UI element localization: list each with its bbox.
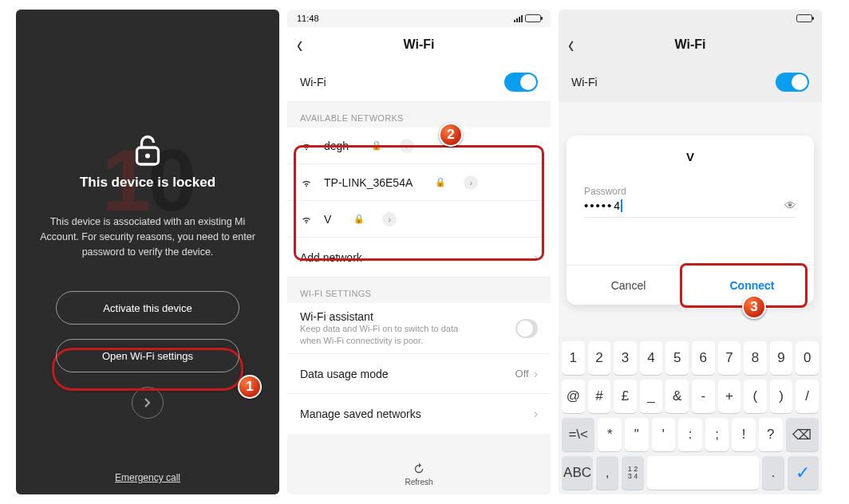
emergency-call-link[interactable]: Emergency call	[16, 472, 279, 483]
open-wifi-settings-button[interactable]: Open Wi-Fi settings	[56, 339, 239, 372]
password-label: Password	[584, 186, 796, 197]
keyboard-symbols-key[interactable]: =\<	[562, 418, 594, 451]
wifi-toggle-on[interactable]	[776, 73, 809, 92]
keyboard-key[interactable]: 3	[614, 341, 637, 375]
battery-icon	[796, 14, 812, 22]
text-cursor	[621, 199, 622, 212]
screen-locked-device: 10 This device is locked This device is …	[16, 10, 279, 494]
step-badge-1: 1	[238, 375, 262, 399]
keyboard-key[interactable]: #	[588, 380, 611, 413]
keyboard-key[interactable]: &	[665, 380, 689, 413]
password-input[interactable]: •••••4	[584, 199, 778, 212]
keyboard-key[interactable]: 4	[640, 341, 663, 375]
keyboard-key[interactable]: (	[744, 380, 767, 413]
keyboard-key[interactable]: +	[718, 380, 741, 413]
back-button[interactable]: ‹	[568, 30, 574, 59]
keyboard-backspace-key[interactable]: ⌫	[786, 418, 819, 451]
keyboard-key[interactable]: _	[640, 380, 663, 413]
screen-wifi-password: ‹ Wi-Fi Wi-Fi V Password •••••4 👁 Cancel…	[559, 10, 822, 494]
show-password-icon[interactable]: 👁	[784, 199, 796, 212]
chevron-right-icon: ›	[534, 367, 538, 381]
keyboard-key[interactable]: !	[732, 418, 756, 451]
chevron-right-icon: ›	[534, 407, 538, 421]
page-title: Wi-Fi	[559, 37, 822, 52]
keyboard-key[interactable]: 8	[744, 341, 767, 375]
keyboard-dot-key[interactable]: .	[762, 456, 784, 490]
keyboard-key[interactable]: *	[598, 418, 622, 451]
keyboard-key[interactable]: @	[562, 380, 585, 413]
wifi-toggle-row[interactable]: Wi-Fi	[287, 62, 551, 102]
on-screen-keyboard: 1234567890 @#£_&-+()/ =\<*"':;!?⌫ ABC , …	[559, 337, 822, 494]
password-dialog: V Password •••••4 👁 Cancel Connect 3	[567, 136, 814, 305]
wifi-toggle-on[interactable]	[504, 73, 538, 92]
keyboard-key[interactable]: 7	[718, 341, 741, 375]
next-arrow-button[interactable]	[132, 387, 164, 419]
wifi-label: Wi-Fi	[300, 76, 326, 89]
status-bar: 11:48	[287, 10, 551, 27]
keyboard-key[interactable]: )	[770, 380, 793, 413]
status-bar	[559, 10, 822, 27]
step-badge-2: 2	[439, 123, 463, 147]
svg-point-1	[145, 154, 150, 159]
signal-icon	[514, 15, 523, 22]
assistant-toggle-off[interactable]	[515, 319, 538, 338]
nav-bar: ‹ Wi-Fi	[559, 27, 822, 62]
keyboard-space-key[interactable]	[647, 456, 759, 490]
keyboard-key[interactable]: 9	[770, 341, 793, 375]
keyboard-key[interactable]: "	[625, 418, 649, 451]
chevron-right-icon	[143, 398, 152, 408]
keyboard-numeric-key[interactable]: 1 23 4	[622, 456, 644, 490]
keyboard-key[interactable]: 0	[796, 341, 819, 375]
page-title: Wi-Fi	[287, 37, 551, 52]
cancel-button[interactable]: Cancel	[567, 266, 690, 305]
refresh-icon	[412, 462, 426, 476]
keyboard-key[interactable]: £	[614, 380, 637, 413]
dialog-network-name: V	[567, 150, 814, 163]
available-networks-header: AVAILABLE NETWORKS	[287, 102, 551, 128]
wifi-toggle-row[interactable]: Wi-Fi	[559, 62, 822, 102]
lock-open-icon	[133, 133, 162, 167]
screen-wifi-list: 11:48 ‹ Wi-Fi Wi-Fi AVAILABLE NETWORKS d…	[287, 10, 551, 494]
keyboard-key[interactable]: 6	[692, 341, 715, 375]
keyboard-key[interactable]: :	[678, 418, 702, 451]
status-time: 11:48	[297, 14, 319, 23]
back-button[interactable]: ‹	[297, 30, 302, 59]
keyboard-key[interactable]: -	[692, 380, 715, 413]
keyboard-key[interactable]: ;	[705, 418, 729, 451]
keyboard-comma-key[interactable]: ,	[596, 456, 618, 490]
keyboard-key[interactable]: ?	[759, 418, 783, 451]
locked-title: This device is locked	[80, 175, 215, 191]
manage-networks-row[interactable]: Manage saved networks ›	[287, 394, 551, 434]
step-badge-3: 3	[742, 295, 766, 319]
activate-device-button[interactable]: Activate this device	[56, 291, 239, 325]
nav-bar: ‹ Wi-Fi	[287, 27, 551, 62]
keyboard-key[interactable]: 5	[665, 341, 689, 375]
keyboard-abc-key[interactable]: ABC	[562, 456, 593, 490]
keyboard-key[interactable]: /	[796, 380, 819, 413]
data-usage-mode-row[interactable]: Data usage mode Off ›	[287, 354, 551, 394]
highlight-box-2	[294, 145, 544, 261]
battery-icon	[525, 14, 541, 22]
locked-description: This device is associated with an existi…	[16, 215, 279, 259]
keyboard-key[interactable]: '	[652, 418, 676, 451]
wifi-settings-header: WI-FI SETTINGS	[287, 278, 551, 303]
wifi-assistant-row[interactable]: Wi-Fi assistant Keep data and Wi-Fi on t…	[287, 303, 551, 354]
keyboard-enter-key[interactable]: ✓	[788, 456, 819, 490]
keyboard-key[interactable]: 1	[562, 341, 585, 375]
keyboard-key[interactable]: 2	[588, 341, 611, 375]
refresh-button[interactable]: Refresh	[287, 462, 551, 486]
